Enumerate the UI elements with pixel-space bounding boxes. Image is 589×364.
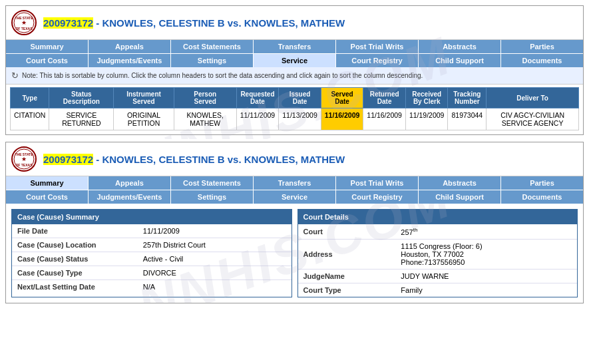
svg-text:OF TEXAS: OF TEXAS xyxy=(15,163,33,167)
tab-parties-2[interactable]: Parties xyxy=(501,176,583,190)
case2-nav-row2: Court Costs Judgments/Events Settings Se… xyxy=(6,190,583,204)
case1-title: 200973172 - KNOWLES, CELESTINE B vs. KNO… xyxy=(43,17,345,29)
tab-child-support-2[interactable]: Child Support xyxy=(419,190,501,204)
cell-received-by-clerk: 11/19/2009 xyxy=(405,108,448,130)
value-setting-date: N/A xyxy=(138,280,292,294)
summary-row-file-date: File Date 11/11/2009 xyxy=(12,224,292,238)
court-value-type: Family xyxy=(395,283,577,297)
service-table: Type StatusDescription InstrumentServed … xyxy=(10,87,579,130)
court-label-court: Court xyxy=(298,224,396,239)
svg-text:OF TEXAS: OF TEXAS xyxy=(15,27,33,31)
svg-text:★: ★ xyxy=(21,19,27,26)
summary-row-location: Case (Cause) Location 257th District Cou… xyxy=(12,238,292,252)
case-summary-heading: Case (Cause) Summary xyxy=(12,210,292,224)
texas-seal-2: THE STATE ★ OF TEXAS xyxy=(11,146,37,172)
summary-row-type: Case (Cause) Type DIVORCE xyxy=(12,266,292,280)
summary-row-setting-date: Next/Last Setting Date N/A xyxy=(12,280,292,294)
tab-cost-statements-2[interactable]: Cost Statements xyxy=(171,176,254,190)
court-label-judge: JudgeName xyxy=(298,269,396,283)
court-row-address: Address 1115 Congress (Floor: 6) Houston… xyxy=(298,239,578,269)
case2-title: 200973172 - KNOWLES, CELESTINE B vs. KNO… xyxy=(43,154,345,165)
court-details-panel: Court Details Court 257th A xyxy=(297,209,578,297)
table-row: CITATION SERVICE RETURNED ORIGINAL PETIT… xyxy=(11,108,579,130)
case2-nav-row1: Summary Appeals Cost Statements Transfer… xyxy=(6,176,583,190)
col-status-desc[interactable]: StatusDescription xyxy=(49,88,114,108)
court-row-number: Court 257th xyxy=(298,224,578,239)
label-type: Case (Cause) Type xyxy=(12,266,138,280)
court-value-court: 257th xyxy=(395,224,577,239)
tab-post-trial-writs-1[interactable]: Post Trial Writs xyxy=(336,40,419,53)
tab-settings-1[interactable]: Settings xyxy=(171,54,254,67)
cell-tracking-number: 81973044 xyxy=(448,108,487,130)
tab-service-1[interactable]: Service xyxy=(254,54,336,67)
col-deliver-to[interactable]: Deliver To xyxy=(487,88,579,108)
tab-service-2[interactable]: Service xyxy=(254,190,336,204)
tab-appeals-2[interactable]: Appeals xyxy=(89,176,171,190)
tab-documents-1[interactable]: Documents xyxy=(501,54,583,67)
col-tracking-number[interactable]: TrackingNumber xyxy=(448,88,487,108)
tab-transfers-1[interactable]: Transfers xyxy=(254,40,336,53)
refresh-icon: ↻ xyxy=(11,71,19,81)
tab-summary-1[interactable]: Summary xyxy=(6,40,89,53)
case1-nav-row1: Summary Appeals Cost Statements Transfer… xyxy=(6,40,583,53)
value-status: Active - Civil xyxy=(138,252,292,266)
summary-row-status: Case (Cause) Status Active - Civil xyxy=(12,252,292,266)
cell-served-date: 11/16/2009 xyxy=(321,108,363,130)
tab-court-costs-2[interactable]: Court Costs xyxy=(6,190,89,204)
col-type[interactable]: Type xyxy=(11,88,49,108)
tab-settings-2[interactable]: Settings xyxy=(171,190,254,204)
tab-abstracts-1[interactable]: Abstracts xyxy=(419,40,501,53)
tab-parties-1[interactable]: Parties xyxy=(501,40,583,53)
court-row-type: Court Type Family xyxy=(298,283,578,297)
label-location: Case (Cause) Location xyxy=(12,238,138,252)
col-returned-date[interactable]: ReturnedDate xyxy=(363,88,406,108)
texas-seal: THE STATE ★ OF TEXAS xyxy=(11,10,37,35)
tab-documents-2[interactable]: Documents xyxy=(501,190,583,204)
court-value-judge: JUDY WARNE xyxy=(395,269,577,283)
col-served-date[interactable]: ServedDate xyxy=(321,88,363,108)
tab-post-trial-writs-2[interactable]: Post Trial Writs xyxy=(336,176,419,190)
tab-abstracts-2[interactable]: Abstracts xyxy=(419,176,501,190)
col-instrument-served[interactable]: InstrumentServed xyxy=(114,88,174,108)
value-type: DIVORCE xyxy=(138,266,292,280)
court-label-type: Court Type xyxy=(298,283,396,297)
court-details-heading: Court Details xyxy=(298,210,578,224)
col-issued-date[interactable]: IssuedDate xyxy=(279,88,321,108)
note-bar-1: ↻ Note: This tab is sortable by column. … xyxy=(6,67,583,85)
col-requested-date[interactable]: RequestedDate xyxy=(236,88,279,108)
tab-court-registry-2[interactable]: Court Registry xyxy=(336,190,419,204)
value-location: 257th District Court xyxy=(138,238,292,252)
cell-instrument-served: ORIGINAL PETITION xyxy=(114,108,174,130)
court-details-table: Court 257th Address 1115 Congress (Floor… xyxy=(298,224,578,297)
case1-nav-row2: Court Costs Judgments/Events Settings Se… xyxy=(6,53,583,67)
label-file-date: File Date xyxy=(12,224,138,238)
label-status: Case (Cause) Status xyxy=(12,252,138,266)
tab-judgments-events-1[interactable]: Judgments/Events xyxy=(89,54,171,67)
court-row-judge: JudgeName JUDY WARNE xyxy=(298,269,578,283)
case2-header: THE STATE ★ OF TEXAS 200973172 - KNOWLES… xyxy=(6,142,583,176)
tab-court-registry-1[interactable]: Court Registry xyxy=(336,54,419,67)
cell-type: CITATION xyxy=(11,108,49,130)
tab-court-costs-1[interactable]: Court Costs xyxy=(6,54,89,67)
case1-header: THE STATE ★ OF TEXAS 200973172 - KNOWLES… xyxy=(6,6,583,40)
tab-transfers-2[interactable]: Transfers xyxy=(254,176,336,190)
col-person-served[interactable]: PersonServed xyxy=(174,88,236,108)
cell-status-desc: SERVICE RETURNED xyxy=(49,108,114,130)
cell-issued-date: 11/13/2009 xyxy=(279,108,321,130)
tab-judgments-events-2[interactable]: Judgments/Events xyxy=(89,190,171,204)
svg-text:★: ★ xyxy=(21,156,27,162)
case-summary-table: File Date 11/11/2009 Case (Cause) Locati… xyxy=(12,224,292,293)
summary-section: Case (Cause) Summary File Date 11/11/200… xyxy=(6,204,583,303)
tab-summary-2[interactable]: Summary xyxy=(6,176,89,190)
label-setting-date: Next/Last Setting Date xyxy=(12,280,138,294)
col-received-by-clerk[interactable]: ReceivedBy Clerk xyxy=(405,88,448,108)
case-summary-panel: Case (Cause) Summary File Date 11/11/200… xyxy=(11,209,292,297)
tab-child-support-1[interactable]: Child Support xyxy=(419,54,501,67)
court-label-address: Address xyxy=(298,239,396,269)
cell-returned-date: 11/16/2009 xyxy=(363,108,406,130)
court-value-address: 1115 Congress (Floor: 6) Houston, TX 770… xyxy=(395,239,577,269)
cell-person-served: KNOWLES, MATHEW xyxy=(174,108,236,130)
tab-cost-statements-1[interactable]: Cost Statements xyxy=(171,40,254,53)
value-file-date: 11/11/2009 xyxy=(138,224,292,238)
tab-appeals-1[interactable]: Appeals xyxy=(89,40,171,53)
